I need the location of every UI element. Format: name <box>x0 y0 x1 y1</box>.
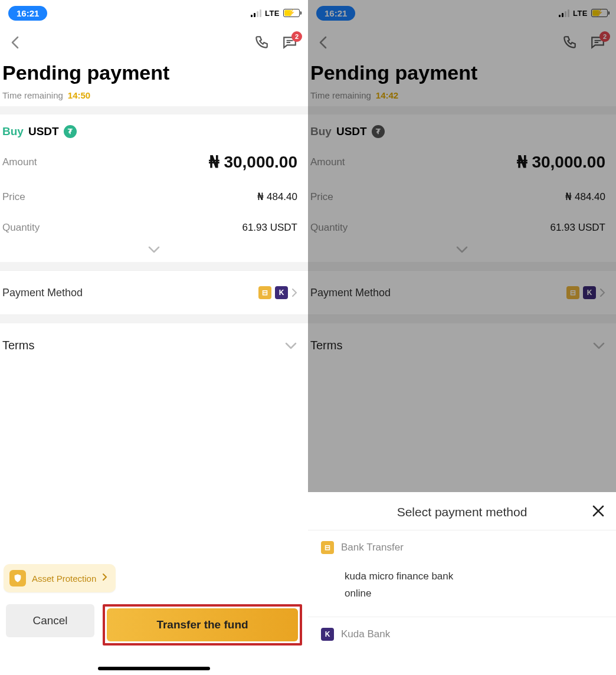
shield-icon <box>9 570 26 586</box>
page-title: Pending payment <box>308 61 605 84</box>
tether-icon: ₮ <box>64 125 77 138</box>
chevron-right-icon <box>102 573 107 584</box>
page-title: Pending payment <box>0 61 297 84</box>
buy-row: Buy USDT ₮ <box>0 114 308 143</box>
buy-row: Buy USDT ₮ <box>308 114 616 143</box>
chevron-right-icon <box>291 288 297 297</box>
footer-buttons: Cancel Transfer the fund <box>0 604 308 645</box>
title-block: Pending payment Time remaining 14:42 <box>308 59 616 106</box>
payment-option-bank-transfer[interactable]: ⊟ Bank Transfer <box>308 530 616 565</box>
transfer-fund-button[interactable]: Transfer the fund <box>107 608 298 641</box>
quantity-value: 61.93 USDT <box>242 222 297 234</box>
chevron-down-icon <box>148 245 160 254</box>
close-icon[interactable] <box>591 504 605 520</box>
kuda-icon: K <box>321 628 334 641</box>
cancel-button[interactable]: Cancel <box>6 604 94 637</box>
status-time: 16:21 <box>316 6 355 21</box>
quantity-value: 61.93 USDT <box>550 222 605 234</box>
payment-method-sheet: Select payment method ⊟ Bank Transfer ku… <box>308 492 616 675</box>
quantity-label: Quantity <box>0 222 40 234</box>
asset-protection-pill[interactable]: Asset Protection <box>4 564 116 592</box>
payment-method-row[interactable]: Payment Method ⊟ K <box>0 270 308 315</box>
battery-icon: ⚡ <box>283 9 300 17</box>
separator <box>0 315 308 323</box>
expand-details[interactable] <box>308 243 616 262</box>
bank-transfer-icon: ⊟ <box>321 541 334 554</box>
payment-option-label: Bank Transfer <box>341 542 404 553</box>
quantity-row: Quantity 61.93 USDT <box>0 212 308 243</box>
price-row: Price ₦ 484.40 <box>308 181 616 212</box>
price-label: Price <box>308 191 333 203</box>
screen-right: 16:21 LTE ⚡ 2 Pending payment Time remai… <box>308 0 616 675</box>
quantity-label: Quantity <box>308 222 348 234</box>
network-label: LTE <box>573 9 588 18</box>
chat-badge: 2 <box>291 31 302 42</box>
expand-details[interactable] <box>0 243 308 262</box>
separator <box>0 262 308 270</box>
payment-method-icons: ⊟ K <box>258 286 297 299</box>
amount-row: Amount ₦ 30,000.00 <box>0 143 308 181</box>
quantity-row: Quantity 61.93 USDT <box>308 212 616 243</box>
side-label: Buy <box>0 125 24 138</box>
highlight-box: Transfer the fund <box>103 604 302 645</box>
terms-label: Terms <box>308 339 342 352</box>
time-remaining-value: 14:50 <box>68 90 90 100</box>
network-label: LTE <box>265 9 280 18</box>
chat-badge: 2 <box>599 31 610 42</box>
chat-icon[interactable]: 2 <box>590 35 605 50</box>
asset-label: USDT <box>28 125 59 138</box>
chevron-down-icon <box>456 245 468 254</box>
phone-icon[interactable] <box>254 35 269 50</box>
bank-transfer-detail-line2: online <box>345 585 603 602</box>
phone-icon[interactable] <box>562 35 577 50</box>
signal-icon <box>251 9 261 17</box>
home-indicator[interactable] <box>98 667 210 670</box>
kuda-icon: K <box>583 286 596 299</box>
amount-label: Amount <box>308 156 345 168</box>
sheet-header: Select payment method <box>308 492 616 530</box>
bank-transfer-detail-line1: kuda micro finance bank <box>345 571 453 582</box>
amount-value: ₦ 30,000.00 <box>209 152 297 172</box>
price-label: Price <box>0 191 25 203</box>
asset-protection-label: Asset Protection <box>32 574 96 584</box>
battery-icon: ⚡ <box>591 9 608 17</box>
status-bar: 16:21 LTE ⚡ <box>308 0 616 26</box>
terms-row[interactable]: Terms <box>308 323 616 368</box>
asset-label: USDT <box>336 125 367 138</box>
bank-transfer-detail[interactable]: kuda micro finance bank online <box>308 565 616 617</box>
time-remaining-value: 14:42 <box>376 90 398 100</box>
kuda-icon: K <box>275 286 288 299</box>
side-label: Buy <box>308 125 332 138</box>
chevron-down-icon <box>284 342 297 350</box>
back-icon[interactable] <box>319 36 327 49</box>
sheet-title: Select payment method <box>397 505 527 519</box>
separator <box>0 106 308 114</box>
terms-row[interactable]: Terms <box>0 323 308 368</box>
screen-left: 16:21 LTE ⚡ 2 Pending payment Time remai… <box>0 0 308 675</box>
price-value: ₦ 484.40 <box>257 191 297 203</box>
status-right: LTE ⚡ <box>559 9 608 18</box>
payment-option-kuda[interactable]: K Kuda Bank <box>308 617 616 651</box>
payment-method-row[interactable]: Payment Method ⊟ K <box>308 270 616 315</box>
title-block: Pending payment Time remaining 14:50 <box>0 59 308 106</box>
status-right: LTE ⚡ <box>251 9 300 18</box>
separator <box>308 106 616 114</box>
status-bar: 16:21 LTE ⚡ <box>0 0 308 26</box>
status-time: 16:21 <box>8 6 47 21</box>
price-value: ₦ 484.40 <box>565 191 605 203</box>
tether-icon: ₮ <box>372 125 385 138</box>
nav-row: 2 <box>0 26 308 59</box>
payment-option-label: Kuda Bank <box>341 628 390 640</box>
bank-transfer-icon: ⊟ <box>566 286 579 299</box>
amount-label: Amount <box>0 156 37 168</box>
amount-row: Amount ₦ 30,000.00 <box>308 143 616 181</box>
separator <box>308 315 616 323</box>
price-row: Price ₦ 484.40 <box>0 181 308 212</box>
chat-icon[interactable]: 2 <box>282 35 297 50</box>
amount-value: ₦ 30,000.00 <box>517 152 605 172</box>
terms-label: Terms <box>0 339 34 352</box>
back-icon[interactable] <box>11 36 19 49</box>
chevron-right-icon <box>599 288 605 297</box>
time-remaining-label: Time remaining <box>2 90 63 100</box>
chevron-down-icon <box>592 342 605 350</box>
